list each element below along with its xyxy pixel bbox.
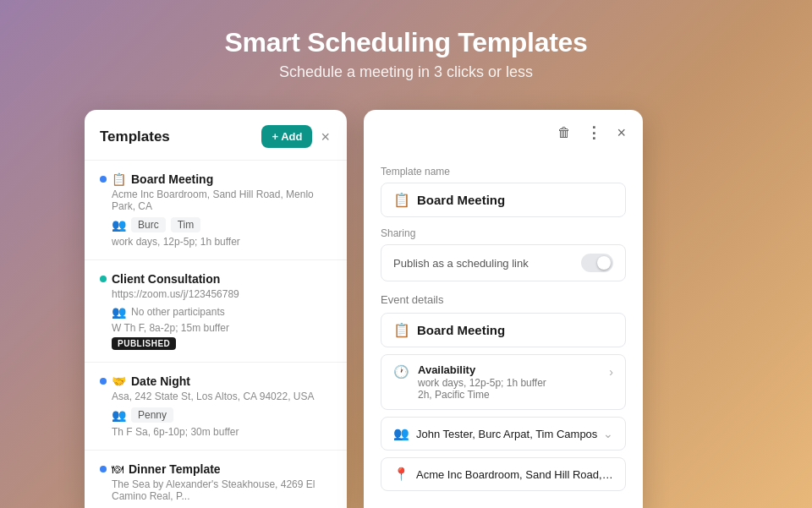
participant-chip-burc: Burc [131, 217, 166, 232]
right-panel-close-button[interactable]: × [613, 122, 629, 144]
availability-title: Availability [418, 363, 601, 376]
published-badge: PUBLISHED [112, 337, 176, 350]
left-panel-close-button[interactable]: × [319, 128, 332, 146]
template-item-board-meeting[interactable]: 📋 Board Meeting Acme Inc Boardroom, Sand… [85, 161, 347, 260]
item-schedule-board-meeting: work days, 12p-5p; 1h buffer [112, 236, 332, 248]
template-name-field[interactable]: 📋 Board Meeting [381, 183, 626, 217]
dot-blue [100, 176, 107, 183]
template-list: 📋 Board Meeting Acme Inc Boardroom, Sand… [85, 161, 347, 508]
availability-detail2: 2h, Pacific Time [418, 389, 601, 401]
item-name-board-meeting: Board Meeting [131, 172, 213, 186]
left-panel: Templates + Add × 📋 Board Meeting Acme I… [85, 110, 347, 508]
item-participants-client: 👥 No other participants [112, 305, 332, 319]
more-icon: ⋮ [586, 124, 601, 141]
sharing-label: Sharing [381, 227, 626, 239]
availability-row[interactable]: 🕐 Availability work days, 12p-5p; 1h buf… [381, 354, 626, 410]
item-participants-date-night: 👥 Penny [112, 407, 332, 423]
event-details-label: Event details [381, 293, 626, 306]
event-name-field[interactable]: 📋 Board Meeting [381, 313, 626, 347]
participants-icon: 👥 [112, 218, 126, 232]
clock-icon: 🕐 [393, 364, 409, 380]
item-location-board-meeting: Acme Inc Boardroom, Sand Hill Road, Menl… [112, 188, 332, 212]
participants-icon-2: 👥 [112, 305, 126, 319]
availability-detail1: work days, 12p-5p; 1h buffer [418, 377, 601, 389]
panels-container: Templates + Add × 📋 Board Meeting Acme I… [85, 110, 727, 508]
participant-chip-tim: Tim [171, 217, 201, 232]
template-name-label: Template name [381, 166, 626, 178]
hero-subtitle: Schedule a meeting in 3 clicks or less [0, 63, 812, 81]
delete-icon: 🗑 [557, 125, 571, 139]
left-panel-actions: + Add × [261, 125, 332, 148]
location-value: Acme Inc Boardroom, Sand Hill Road, Menl… [416, 468, 613, 481]
participants-blue-icon: 👥 [393, 426, 409, 441]
chevron-down-icon: ⌄ [603, 427, 613, 440]
item-participants-board-meeting: 👥 Burc Tim [112, 217, 332, 232]
dot-blue-3 [100, 378, 107, 385]
left-panel-header: Templates + Add × [85, 110, 347, 161]
participant-chip-penny: Penny [131, 407, 173, 423]
add-template-button[interactable]: + Add [261, 125, 312, 148]
left-panel-title: Templates [100, 128, 170, 145]
event-name-value: Board Meeting [417, 323, 505, 337]
more-options-button[interactable]: ⋮ [583, 122, 605, 144]
item-name-client-consultation: Client Consultation [112, 272, 220, 286]
close-icon: × [617, 124, 626, 141]
location-row[interactable]: 📍 Acme Inc Boardroom, Sand Hill Road, Me… [381, 457, 626, 491]
item-name-dinner: Dinner Template [129, 462, 221, 476]
participants-row[interactable]: 👥 John Tester, Burc Arpat, Tim Campos ⌄ [381, 417, 626, 451]
delete-button[interactable]: 🗑 [554, 123, 574, 143]
template-item-dinner[interactable]: 🍽 Dinner Template The Sea by Alexander's… [85, 451, 347, 508]
hero-title: Smart Scheduling Templates [0, 27, 812, 58]
participants-value: John Tester, Burc Arpat, Tim Campos [416, 428, 597, 440]
chevron-right-icon: › [609, 365, 613, 379]
right-panel-header: 🗑 ⋮ × [364, 110, 643, 152]
right-panel: 🗑 ⋮ × Template name 📋 Board Meeting Shar… [364, 110, 643, 508]
right-panel-body: Template name 📋 Board Meeting Sharing Pu… [364, 152, 643, 505]
sharing-row: Publish as a scheduling link [381, 244, 626, 281]
template-name-emoji: 📋 [393, 192, 410, 208]
item-schedule-date-night: Th F Sa, 6p-10p; 30m buffer [112, 426, 332, 438]
publish-toggle[interactable] [581, 254, 613, 272]
toggle-knob [597, 256, 611, 270]
item-location-dinner: The Sea by Alexander's Steakhouse, 4269 … [112, 478, 332, 502]
publish-label: Publish as a scheduling link [393, 257, 529, 270]
participants-icon-3: 👥 [112, 408, 126, 422]
item-location-date-night: Asa, 242 State St, Los Altos, CA 94022, … [112, 391, 332, 402]
hero-section: Smart Scheduling Templates Schedule a me… [0, 27, 812, 81]
dot-teal [100, 276, 107, 282]
item-name-date-night: Date Night [131, 374, 190, 388]
template-item-client-consultation[interactable]: Client Consultation https://zoom.us/j/12… [85, 260, 347, 363]
location-pin-icon: 📍 [393, 467, 409, 482]
item-location-client-consultation: https://zoom.us/j/123456789 [112, 288, 332, 300]
item-schedule-client: W Th F, 8a-2p; 15m buffer [112, 322, 332, 334]
event-name-emoji: 📋 [393, 322, 410, 338]
template-name-value: Board Meeting [417, 193, 505, 207]
dot-blue-4 [100, 466, 107, 472]
template-item-date-night[interactable]: 🤝 Date Night Asa, 242 State St, Los Alto… [85, 363, 347, 451]
